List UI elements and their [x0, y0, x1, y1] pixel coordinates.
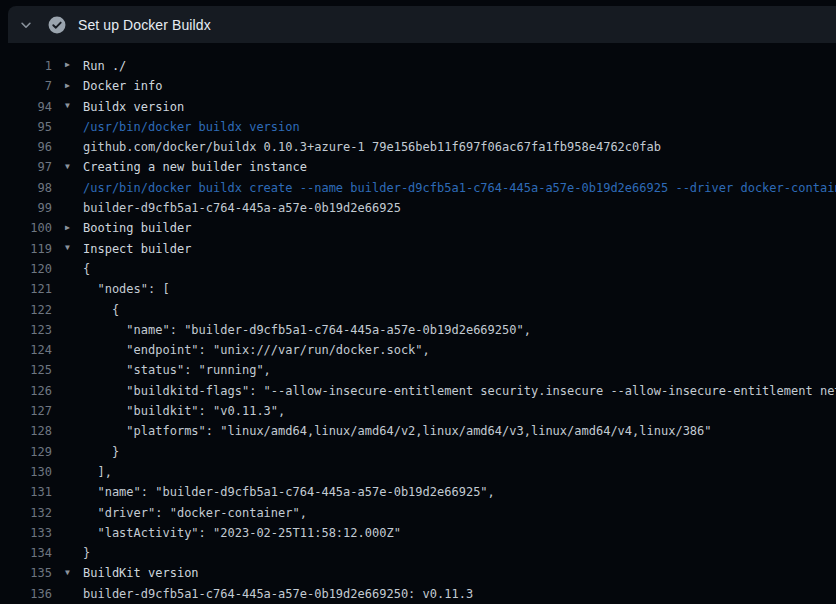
group-title[interactable]: Run ./ [83, 59, 126, 73]
log-output-text: } [65, 445, 119, 459]
log-output-text: builder-d9cfb5a1-c764-445a-a57e-0b19d2e6… [65, 587, 473, 601]
line-number[interactable]: 123 [0, 320, 52, 340]
log-line: 119▼Inspect builder [0, 239, 836, 259]
log-command-text: /usr/bin/docker buildx version [65, 120, 300, 134]
group-arrow-collapsed-icon[interactable]: ▶ [65, 218, 83, 238]
step-title: Set up Docker Buildx [78, 17, 211, 33]
log-line: 121 "nodes": [ [0, 279, 836, 299]
log-line: 129 } [0, 442, 836, 462]
line-number[interactable]: 121 [0, 279, 52, 299]
log-line: 95/usr/bin/docker buildx version [0, 117, 836, 137]
log-output-text: "endpoint": "unix:///var/run/docker.sock… [65, 343, 430, 357]
log-command-text: /usr/bin/docker buildx create --name bui… [65, 181, 836, 195]
log-line: 120{ [0, 259, 836, 279]
line-number[interactable]: 126 [0, 381, 52, 401]
log-line: 125 "status": "running", [0, 360, 836, 380]
log-line: 133 "lastActivity": "2023-02-25T11:58:12… [0, 523, 836, 543]
line-number[interactable]: 122 [0, 300, 52, 320]
line-number[interactable]: 7 [0, 76, 52, 96]
group-title[interactable]: Buildx version [83, 100, 184, 114]
log-line: 132 "driver": "docker-container", [0, 503, 836, 523]
group-title[interactable]: Creating a new builder instance [83, 160, 307, 174]
line-number[interactable]: 125 [0, 360, 52, 380]
group-arrow-expanded-icon[interactable]: ▼ [65, 157, 83, 177]
log-output-text: "lastActivity": "2023-02-25T11:58:12.000… [65, 526, 401, 540]
step-header[interactable]: Set up Docker Buildx [8, 6, 836, 43]
log-line: 126 "buildkitd-flags": "--allow-insecure… [0, 381, 836, 401]
log-output-text: { [65, 303, 119, 317]
line-number[interactable]: 95 [0, 117, 52, 137]
log-output-text: github.com/docker/buildx 0.10.3+azure-1 … [65, 140, 661, 154]
log-line: 131 "name": "builder-d9cfb5a1-c764-445a-… [0, 482, 836, 502]
log-output-text: "buildkitd-flags": "--allow-insecure-ent… [65, 384, 836, 398]
line-number[interactable]: 1 [0, 56, 52, 76]
log-line: 123 "name": "builder-d9cfb5a1-c764-445a-… [0, 320, 836, 340]
line-number[interactable]: 127 [0, 401, 52, 421]
log-output-text: "nodes": [ [65, 282, 170, 296]
group-title[interactable]: Booting builder [83, 221, 191, 235]
log-output-text: { [65, 262, 90, 276]
log-line: 128 "platforms": "linux/amd64,linux/amd6… [0, 421, 836, 441]
group-title[interactable]: Inspect builder [83, 242, 191, 256]
group-arrow-expanded-icon[interactable]: ▼ [65, 563, 83, 583]
log-output-text: ], [65, 465, 112, 479]
log-line: 1▶Run ./ [0, 56, 836, 76]
log-line: 124 "endpoint": "unix:///var/run/docker.… [0, 340, 836, 360]
group-arrow-expanded-icon[interactable]: ▼ [65, 238, 83, 258]
line-number[interactable]: 136 [0, 584, 52, 604]
log-line: 134} [0, 543, 836, 563]
log-line: 130 ], [0, 462, 836, 482]
log-output-text: "buildkit": "v0.11.3", [65, 404, 285, 418]
log-line: 97▼Creating a new builder instance [0, 157, 836, 177]
line-number[interactable]: 135 [0, 563, 52, 583]
log-output-text: "name": "builder-d9cfb5a1-c764-445a-a57e… [65, 485, 495, 499]
log-line: 122 { [0, 300, 836, 320]
group-arrow-collapsed-icon[interactable]: ▶ [65, 55, 83, 75]
log-line: 99builder-d9cfb5a1-c764-445a-a57e-0b19d2… [0, 198, 836, 218]
line-number[interactable]: 129 [0, 442, 52, 462]
log-line: 135▼BuildKit version [0, 563, 836, 583]
line-number[interactable]: 119 [0, 239, 52, 259]
log-output-text: "name": "builder-d9cfb5a1-c764-445a-a57e… [65, 323, 531, 337]
line-number[interactable]: 96 [0, 137, 52, 157]
log-line: 7▶Docker info [0, 76, 836, 96]
group-title[interactable]: Docker info [83, 79, 162, 93]
line-number[interactable]: 120 [0, 259, 52, 279]
log-line: 96github.com/docker/buildx 0.10.3+azure-… [0, 137, 836, 157]
log-output-text: } [65, 546, 90, 560]
line-number[interactable]: 97 [0, 157, 52, 177]
log-line: 136builder-d9cfb5a1-c764-445a-a57e-0b19d… [0, 584, 836, 604]
group-arrow-collapsed-icon[interactable]: ▶ [65, 76, 83, 96]
line-number[interactable]: 124 [0, 340, 52, 360]
line-number[interactable]: 134 [0, 543, 52, 563]
check-circle-icon [48, 16, 66, 34]
log-line: 94▼Buildx version [0, 97, 836, 117]
line-number[interactable]: 99 [0, 198, 52, 218]
log-output-text: "platforms": "linux/amd64,linux/amd64/v2… [65, 424, 712, 438]
line-number[interactable]: 94 [0, 97, 52, 117]
line-number[interactable]: 130 [0, 462, 52, 482]
line-number[interactable]: 128 [0, 421, 52, 441]
log-line: 127 "buildkit": "v0.11.3", [0, 401, 836, 421]
line-number[interactable]: 132 [0, 503, 52, 523]
group-title[interactable]: BuildKit version [83, 566, 199, 580]
line-number[interactable]: 98 [0, 178, 52, 198]
log-output-text: "status": "running", [65, 363, 271, 377]
line-number[interactable]: 100 [0, 218, 52, 238]
group-arrow-expanded-icon[interactable]: ▼ [65, 96, 83, 116]
log-output-text: "driver": "docker-container", [65, 506, 307, 520]
log-line: 100▶Booting builder [0, 218, 836, 238]
log-output-text: builder-d9cfb5a1-c764-445a-a57e-0b19d2e6… [65, 201, 401, 215]
log-area: 1▶Run ./7▶Docker info94▼Buildx version95… [0, 43, 836, 604]
line-number[interactable]: 131 [0, 482, 52, 502]
line-number[interactable]: 133 [0, 523, 52, 543]
log-line: 98/usr/bin/docker buildx create --name b… [0, 178, 836, 198]
chevron-down-icon[interactable] [18, 17, 34, 33]
